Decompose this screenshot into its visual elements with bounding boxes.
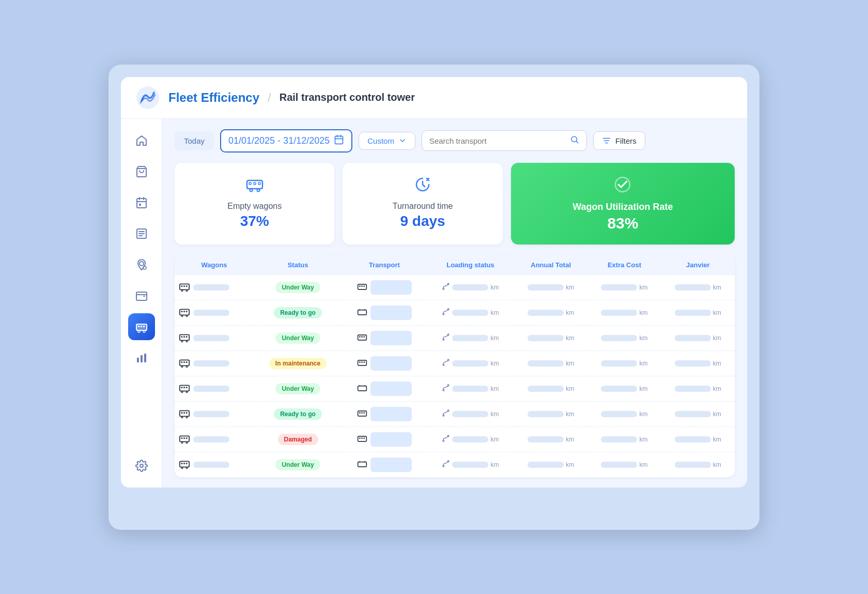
svg-rect-36 (363, 285, 365, 287)
svg-rect-29 (183, 285, 185, 287)
janvier-cell: km (661, 427, 735, 452)
svg-point-31 (181, 290, 183, 292)
col-extra-cost: Extra Cost (587, 255, 661, 275)
svg-rect-82 (181, 412, 183, 414)
loading-km-unit: km (490, 436, 499, 443)
table-row[interactable]: Ready to go (175, 401, 735, 427)
app-container: Fleet Efficiency / Rail transport contro… (121, 77, 747, 488)
transport-cell (342, 300, 427, 325)
wagon-train-icon (179, 281, 190, 294)
svg-rect-21 (249, 182, 251, 185)
svg-rect-1 (137, 199, 146, 208)
svg-rect-51 (186, 336, 188, 338)
extra-cost-km-unit: km (639, 461, 647, 468)
loading-value-skeleton (452, 310, 488, 316)
loading-km-unit: km (490, 334, 499, 342)
annual-value-skeleton (528, 411, 564, 417)
table-row[interactable]: Damaged (175, 427, 735, 452)
sidebar (121, 119, 162, 488)
loading-km-unit: km (490, 385, 499, 392)
janvier-cell: km (661, 351, 735, 376)
wagon-cell (175, 275, 254, 300)
annual-total-cell: km (514, 325, 587, 351)
wagon-name-skeleton (193, 284, 229, 291)
search-input-field[interactable] (429, 136, 566, 145)
svg-rect-41 (183, 311, 185, 312)
svg-rect-63 (186, 361, 188, 363)
loading-km-unit: km (490, 360, 499, 367)
svg-rect-34 (359, 285, 361, 287)
sidebar-item-list[interactable] (128, 220, 155, 247)
transport-cell (342, 275, 427, 300)
loading-icon (442, 308, 450, 317)
svg-rect-73 (181, 387, 183, 388)
empty-wagons-icon (245, 175, 264, 197)
loading-status-cell: km (427, 427, 514, 452)
loading-icon (442, 333, 450, 343)
svg-rect-72 (180, 385, 189, 391)
svg-rect-11 (143, 326, 145, 327)
transport-cell (342, 401, 427, 427)
svg-point-97 (181, 442, 183, 444)
sidebar-item-wallet[interactable] (128, 282, 155, 309)
transport-value-skeleton (370, 306, 412, 320)
sidebar-item-cart[interactable] (128, 158, 155, 185)
svg-point-65 (186, 366, 188, 368)
sidebar-item-settings[interactable] (128, 452, 155, 479)
janvier-cell: km (661, 401, 735, 427)
svg-rect-61 (181, 361, 183, 363)
svg-rect-9 (138, 326, 140, 327)
svg-rect-102 (363, 437, 365, 439)
status-cell: Ready to go (254, 300, 342, 325)
table-row[interactable]: Under Way (175, 452, 735, 477)
table-row[interactable]: Ready to go (175, 300, 735, 325)
extra-cost-cell: km (587, 427, 661, 452)
table-row[interactable]: Under Way (175, 275, 735, 300)
table-row[interactable]: Under Way (175, 325, 735, 351)
janvier-km-unit: km (713, 385, 721, 392)
janvier-skeleton (675, 284, 711, 291)
sidebar-item-home[interactable] (128, 127, 155, 154)
svg-rect-75 (186, 387, 188, 388)
wagon-cell (175, 452, 254, 477)
wagon-cell (175, 325, 254, 351)
wagon-train-icon (179, 357, 190, 370)
wagon-name-skeleton (193, 335, 229, 341)
annual-total-cell: km (514, 376, 587, 401)
loading-value-skeleton (452, 335, 488, 341)
table-header-row: Wagons Status Transport Loading status A… (175, 255, 735, 275)
svg-rect-55 (359, 336, 361, 338)
custom-dropdown[interactable]: Custom (359, 132, 415, 150)
sidebar-item-chart[interactable] (128, 344, 155, 371)
svg-point-4 (140, 262, 144, 266)
extra-cost-cell: km (587, 275, 661, 300)
extra-cost-cell: km (587, 300, 661, 325)
transport-value-skeleton (370, 432, 412, 447)
svg-rect-16 (144, 354, 146, 362)
sidebar-item-wagon[interactable] (128, 313, 155, 340)
janvier-skeleton (675, 386, 711, 392)
main-layout: Today 01/01/2025 - 31/12/2025 Custom (121, 119, 747, 488)
status-cell: Under Way (254, 275, 342, 300)
svg-rect-81 (180, 410, 189, 416)
svg-point-32 (186, 290, 188, 292)
table-row[interactable]: Under Way (175, 376, 735, 401)
sidebar-item-location[interactable] (128, 251, 155, 278)
today-button[interactable]: Today (175, 131, 214, 150)
kpi-row: Empty wagons 37% Turnaround time 9 (175, 163, 735, 245)
annual-total-cell: km (514, 452, 587, 477)
sidebar-item-calendar[interactable] (128, 189, 155, 216)
transport-value-skeleton (370, 382, 412, 396)
loading-status-cell: km (427, 376, 514, 401)
filters-button[interactable]: Filters (593, 131, 645, 150)
filter-icon (602, 136, 611, 145)
svg-rect-93 (180, 436, 189, 441)
search-transport-input[interactable] (422, 130, 587, 151)
extra-cost-skeleton (601, 310, 637, 316)
svg-rect-23 (258, 182, 260, 185)
date-range-picker[interactable]: 01/01/2025 - 31/12/2025 (220, 129, 352, 153)
janvier-skeleton (675, 462, 711, 468)
janvier-km-unit: km (713, 461, 721, 468)
table-row[interactable]: In maintenance (175, 351, 735, 376)
svg-point-24 (250, 189, 252, 191)
